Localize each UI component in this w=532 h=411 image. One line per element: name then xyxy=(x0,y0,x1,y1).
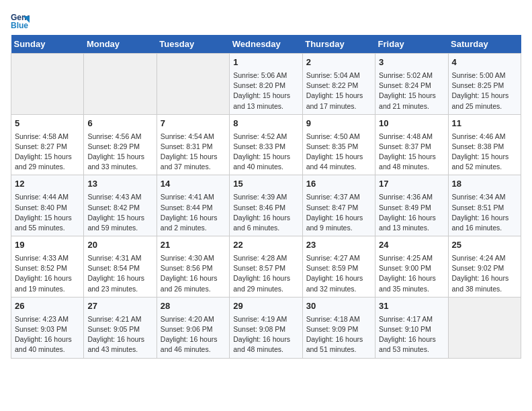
day-info: Sunrise: 4:18 AM xyxy=(306,314,371,324)
day-info: and 48 minutes. xyxy=(379,162,444,172)
day-info: Daylight: 15 hours xyxy=(452,152,517,162)
day-info: Daylight: 15 hours xyxy=(87,152,152,162)
day-info: Daylight: 15 hours xyxy=(87,213,152,223)
day-info: Sunset: 8:56 PM xyxy=(161,263,226,273)
day-info: Daylight: 16 hours xyxy=(161,273,226,283)
day-info: Sunrise: 4:21 AM xyxy=(87,314,152,324)
calendar-cell: 30Sunrise: 4:18 AMSunset: 9:09 PMDayligh… xyxy=(302,297,375,358)
day-info: Sunset: 8:51 PM xyxy=(452,203,517,213)
day-info: Sunrise: 4:41 AM xyxy=(161,192,226,202)
calendar-cell xyxy=(11,54,84,115)
calendar-cell: 27Sunrise: 4:21 AMSunset: 9:05 PMDayligh… xyxy=(84,297,157,358)
calendar-cell: 25Sunrise: 4:24 AMSunset: 9:02 PMDayligh… xyxy=(448,236,521,298)
day-info: and 40 minutes. xyxy=(15,345,80,355)
day-info: Sunset: 8:37 PM xyxy=(379,142,444,152)
calendar-cell: 23Sunrise: 4:27 AMSunset: 8:59 PMDayligh… xyxy=(302,236,375,298)
day-info: Sunset: 8:24 PM xyxy=(379,81,444,91)
day-info: Sunrise: 4:50 AM xyxy=(306,132,371,142)
day-info: Daylight: 16 hours xyxy=(161,213,226,223)
day-info: Sunrise: 4:48 AM xyxy=(379,132,444,142)
calendar-cell: 19Sunrise: 4:33 AMSunset: 8:52 PMDayligh… xyxy=(11,236,84,298)
day-info: Daylight: 16 hours xyxy=(87,334,152,345)
day-info: Sunrise: 5:06 AM xyxy=(233,71,298,81)
day-info: and 37 minutes. xyxy=(161,162,226,172)
day-info: and 2 minutes. xyxy=(161,223,226,233)
week-row-3: 12Sunrise: 4:44 AMSunset: 8:40 PMDayligh… xyxy=(11,175,521,236)
day-info: Sunset: 8:29 PM xyxy=(87,142,152,152)
calendar-cell xyxy=(84,54,157,115)
day-info: and 52 minutes. xyxy=(452,162,517,172)
col-header-monday: Monday xyxy=(84,35,157,54)
day-info: and 13 minutes. xyxy=(233,101,298,111)
day-number: 2 xyxy=(306,56,371,69)
day-info: Sunset: 9:00 PM xyxy=(379,263,444,273)
calendar-cell: 22Sunrise: 4:28 AMSunset: 8:57 PMDayligh… xyxy=(230,236,302,298)
col-header-tuesday: Tuesday xyxy=(157,35,229,54)
calendar-cell: 24Sunrise: 4:25 AMSunset: 9:00 PMDayligh… xyxy=(375,236,448,298)
calendar-cell: 16Sunrise: 4:37 AMSunset: 8:47 PMDayligh… xyxy=(302,175,375,236)
day-info: Sunrise: 4:44 AM xyxy=(15,192,80,202)
day-number: 14 xyxy=(161,178,226,191)
day-number: 16 xyxy=(306,178,371,191)
day-info: and 25 minutes. xyxy=(452,101,517,111)
day-info: Sunset: 8:35 PM xyxy=(306,142,371,152)
day-info: and 13 minutes. xyxy=(379,223,444,233)
day-info: Daylight: 15 hours xyxy=(379,91,444,101)
day-number: 7 xyxy=(161,118,226,130)
day-info: Sunset: 8:46 PM xyxy=(233,203,298,213)
day-info: Sunset: 9:10 PM xyxy=(379,324,444,334)
day-info: Sunset: 9:02 PM xyxy=(452,263,517,273)
calendar-cell: 10Sunrise: 4:48 AMSunset: 8:37 PMDayligh… xyxy=(375,114,448,175)
calendar-cell xyxy=(448,297,521,358)
logo-icon: General Blue xyxy=(11,11,30,30)
day-number: 26 xyxy=(15,300,80,313)
day-info: Sunrise: 4:20 AM xyxy=(161,314,226,324)
day-info: Sunset: 8:49 PM xyxy=(379,203,444,213)
calendar-cell: 21Sunrise: 4:30 AMSunset: 8:56 PMDayligh… xyxy=(157,236,229,298)
day-info: Sunset: 9:06 PM xyxy=(161,324,226,334)
day-info: Daylight: 15 hours xyxy=(233,152,298,162)
day-info: and 59 minutes. xyxy=(87,223,152,233)
day-info: Daylight: 16 hours xyxy=(379,273,444,283)
day-info: Sunrise: 4:54 AM xyxy=(161,132,226,142)
day-info: and 17 minutes. xyxy=(306,101,371,111)
day-number: 25 xyxy=(452,239,517,252)
calendar-cell: 12Sunrise: 4:44 AMSunset: 8:40 PMDayligh… xyxy=(11,175,84,236)
day-info: Sunset: 8:33 PM xyxy=(233,142,298,152)
day-number: 28 xyxy=(161,300,226,313)
day-info: Daylight: 15 hours xyxy=(15,152,80,162)
day-info: and 35 minutes. xyxy=(379,284,444,294)
day-info: Sunset: 8:44 PM xyxy=(161,203,226,213)
day-info: Sunset: 8:38 PM xyxy=(452,142,517,152)
page-header: General Blue xyxy=(11,11,521,30)
day-info: and 44 minutes. xyxy=(306,162,371,172)
day-number: 4 xyxy=(452,56,517,69)
day-number: 18 xyxy=(452,178,517,191)
calendar-cell: 26Sunrise: 4:23 AMSunset: 9:03 PMDayligh… xyxy=(11,297,84,358)
calendar-cell: 9Sunrise: 4:50 AMSunset: 8:35 PMDaylight… xyxy=(302,114,375,175)
day-number: 19 xyxy=(15,239,80,252)
day-number: 24 xyxy=(379,239,444,252)
day-info: Daylight: 15 hours xyxy=(306,152,371,162)
day-info: Daylight: 16 hours xyxy=(233,213,298,223)
day-info: Daylight: 15 hours xyxy=(306,91,371,101)
day-info: and 29 minutes. xyxy=(233,284,298,294)
day-info: Sunset: 8:47 PM xyxy=(306,203,371,213)
day-info: Sunrise: 4:34 AM xyxy=(452,192,517,202)
day-info: Sunset: 8:59 PM xyxy=(306,263,371,273)
day-info: Daylight: 16 hours xyxy=(233,273,298,283)
day-info: Sunrise: 4:56 AM xyxy=(87,132,152,142)
day-number: 5 xyxy=(15,118,80,130)
day-info: Daylight: 16 hours xyxy=(452,213,517,223)
day-number: 20 xyxy=(87,239,152,252)
calendar-cell: 7Sunrise: 4:54 AMSunset: 8:31 PMDaylight… xyxy=(157,114,229,175)
day-info: Sunrise: 4:27 AM xyxy=(306,253,371,263)
day-info: and 46 minutes. xyxy=(161,345,226,355)
day-info: Daylight: 16 hours xyxy=(379,334,444,345)
day-info: Daylight: 16 hours xyxy=(87,273,152,283)
calendar-cell: 1Sunrise: 5:06 AMSunset: 8:20 PMDaylight… xyxy=(230,54,302,115)
col-header-wednesday: Wednesday xyxy=(230,35,302,54)
calendar-cell: 18Sunrise: 4:34 AMSunset: 8:51 PMDayligh… xyxy=(448,175,521,236)
calendar-cell: 28Sunrise: 4:20 AMSunset: 9:06 PMDayligh… xyxy=(157,297,229,358)
day-info: Sunset: 9:08 PM xyxy=(233,324,298,334)
